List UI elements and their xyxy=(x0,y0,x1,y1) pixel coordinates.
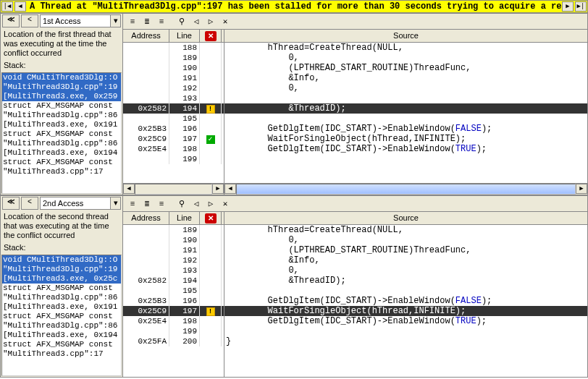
code-row[interactable]: 191 xyxy=(123,73,224,83)
code-row[interactable]: 0x25FA200 xyxy=(123,336,224,346)
stack-frame[interactable]: struct AFX_MSGMAP const xyxy=(2,284,121,293)
nav-first-button[interactable]: ≪ xyxy=(2,197,20,210)
source-line[interactable] xyxy=(224,286,587,296)
stack-frame[interactable]: struct AFX_MSGMAP const xyxy=(2,158,121,167)
stack-frame[interactable]: "MultiThread3Dlg.cpp":86 xyxy=(2,111,121,120)
align-center-icon[interactable]: ≣ xyxy=(140,197,154,210)
stack-frame[interactable]: "MultiThread3Dlg.cpp":19 xyxy=(2,82,121,92)
align-right-icon[interactable]: ≡ xyxy=(155,197,168,210)
banner-prev-button[interactable]: ◀ xyxy=(14,1,26,12)
source-line[interactable]: GetDlgItem(IDC_START)->EnableWindow(TRUE… xyxy=(224,316,587,326)
call-stack-1[interactable]: void CMultiThread3Dlg::O"MultiThread3Dlg… xyxy=(1,72,122,194)
stack-frame[interactable]: "MultiThread3Dlg.cpp":19 xyxy=(2,265,121,274)
source-header[interactable]: Source xyxy=(224,30,587,43)
code-row[interactable]: 192 xyxy=(123,255,224,265)
stack-frame[interactable]: [MultiThread3.exe, 0x259 xyxy=(2,92,121,101)
stack-frame[interactable]: [MultiThread3.exe, 0x191 xyxy=(2,302,121,312)
code-row[interactable]: 191 xyxy=(123,245,224,255)
address-header[interactable]: Address xyxy=(123,30,169,42)
stack-frame[interactable]: [MultiThread3.exe, 0x194 xyxy=(2,331,121,340)
source-line[interactable]: 0, xyxy=(224,83,587,93)
code-row[interactable]: 190 xyxy=(123,235,224,245)
stack-frame[interactable]: "MultiThread3Dlg.cpp":86 xyxy=(2,293,121,302)
close-icon[interactable]: ✕ xyxy=(205,31,217,41)
align-left-icon[interactable]: ≡ xyxy=(126,197,139,210)
banner-next-button[interactable]: ▶ xyxy=(562,1,574,12)
stack-frame[interactable]: struct AFX_MSGMAP const xyxy=(2,101,121,111)
code-row[interactable]: 193 xyxy=(123,265,224,276)
code-row[interactable]: 193 xyxy=(123,93,224,103)
source-line[interactable] xyxy=(224,154,587,164)
source-line[interactable]: 0, xyxy=(224,265,587,276)
code-row[interactable]: 0x25E4198 xyxy=(123,144,224,154)
marker-header[interactable]: ✕ xyxy=(200,212,222,224)
hscroll-addr-1[interactable]: ◀▶ xyxy=(123,183,224,195)
marker-header[interactable]: ✕ xyxy=(200,30,222,42)
call-stack-2[interactable]: void CMultiThread3Dlg::O"MultiThread3Dlg… xyxy=(1,255,122,376)
code-row[interactable]: 192 xyxy=(123,83,224,93)
banner-prev-first-button[interactable]: |◀ xyxy=(1,1,13,12)
scroll-right-button[interactable]: ▶ xyxy=(212,184,224,194)
stack-frame[interactable]: struct AFX_MSGMAP const xyxy=(2,129,121,139)
source-line[interactable]: GetDlgItem(IDC_START)->EnableWindow(FALS… xyxy=(224,296,587,306)
align-right-icon[interactable]: ≡ xyxy=(155,15,168,28)
source-line[interactable]: &Info, xyxy=(224,73,587,83)
source-header[interactable]: Source xyxy=(224,212,587,225)
locate-icon[interactable]: ⚲ xyxy=(175,15,188,28)
address-header[interactable]: Address xyxy=(123,212,169,224)
source-line[interactable]: 0, xyxy=(224,235,587,245)
code-row[interactable]: 0x25B3196 xyxy=(123,296,224,306)
stack-frame[interactable]: struct AFX_MSGMAP const xyxy=(2,340,121,349)
scroll-right-button[interactable]: ▶ xyxy=(576,184,587,194)
stack-frame[interactable]: struct AFX_MSGMAP const xyxy=(2,312,121,321)
stack-frame[interactable]: "MultiThread3Dlg.cpp":86 xyxy=(2,321,121,331)
stack-frame[interactable]: [MultiThread3.exe, 0x25c xyxy=(2,274,121,284)
line-header[interactable]: Line xyxy=(169,212,200,224)
line-header[interactable]: Line xyxy=(169,30,200,42)
banner-next-last-button[interactable]: ▶| xyxy=(575,1,587,12)
code-row[interactable]: 189 xyxy=(123,53,224,63)
source-line[interactable]: &ThreadID); xyxy=(224,103,587,114)
code-row[interactable]: 195 xyxy=(123,114,224,124)
access-selector-1[interactable]: 1st Access ▾ xyxy=(40,14,121,27)
locate-icon[interactable]: ⚲ xyxy=(175,197,188,210)
stack-frame[interactable]: void CMultiThread3Dlg::O xyxy=(2,73,121,82)
source-line[interactable]: WaitForSingleObject(hThread,INFINITE); xyxy=(224,134,587,144)
nav-prev-button[interactable]: < xyxy=(21,197,38,210)
stack-frame[interactable]: "MultiThread3Dlg.cpp":86 xyxy=(2,139,121,148)
code-row[interactable]: 190 xyxy=(123,63,224,73)
source-line[interactable] xyxy=(224,114,587,124)
close-icon[interactable]: ✕ xyxy=(205,213,217,223)
stack-frame[interactable]: "MultiThread3.cpp":17 xyxy=(2,167,121,176)
hscroll-src-1[interactable]: ◀▶ xyxy=(224,183,587,195)
code-row[interactable]: 0x25C9197! xyxy=(123,306,224,316)
source-line[interactable]: &ThreadID); xyxy=(224,276,587,286)
source-line[interactable]: hThread=CreateThread(NULL, xyxy=(224,225,587,235)
code-row[interactable]: 0x25B3196 xyxy=(123,124,224,134)
bookmark-prev-icon[interactable]: ◁ xyxy=(190,15,203,28)
stack-frame[interactable]: void CMultiThread3Dlg::O xyxy=(2,255,121,265)
source-line[interactable]: 0, xyxy=(224,53,587,63)
source-line[interactable]: (LPTHREAD_START_ROUTINE)ThreadFunc, xyxy=(224,245,587,255)
bookmark-prev-icon[interactable]: ◁ xyxy=(190,197,203,210)
source-line[interactable]: &Info, xyxy=(224,255,587,265)
code-row[interactable]: 199 xyxy=(123,326,224,336)
scroll-left-button[interactable]: ◀ xyxy=(224,184,236,194)
source-line[interactable]: } xyxy=(224,336,587,346)
bookmark-clear-icon[interactable]: ✕ xyxy=(219,197,232,210)
source-body-1[interactable]: hThread=CreateThread(NULL, 0, (LPTHREAD_… xyxy=(224,43,587,183)
code-row[interactable]: 199 xyxy=(123,154,224,164)
bookmark-clear-icon[interactable]: ✕ xyxy=(219,15,232,28)
scroll-left-button[interactable]: ◀ xyxy=(123,184,135,194)
nav-first-button[interactable]: ≪ xyxy=(2,14,20,27)
scroll-track[interactable] xyxy=(236,184,576,195)
source-line[interactable] xyxy=(224,326,587,336)
code-row[interactable]: 189 xyxy=(123,225,224,235)
source-line[interactable]: GetDlgItem(IDC_START)->EnableWindow(FALS… xyxy=(224,124,587,134)
align-center-icon[interactable]: ≣ xyxy=(140,15,154,28)
stack-frame[interactable]: [MultiThread3.exe, 0x191 xyxy=(2,120,121,129)
code-row[interactable]: 188 xyxy=(123,43,224,53)
stack-frame[interactable]: [MultiThread3.exe, 0x194 xyxy=(2,148,121,158)
source-line[interactable]: GetDlgItem(IDC_START)->EnableWindow(TRUE… xyxy=(224,144,587,154)
code-row[interactable]: 0x2582194 xyxy=(123,276,224,286)
